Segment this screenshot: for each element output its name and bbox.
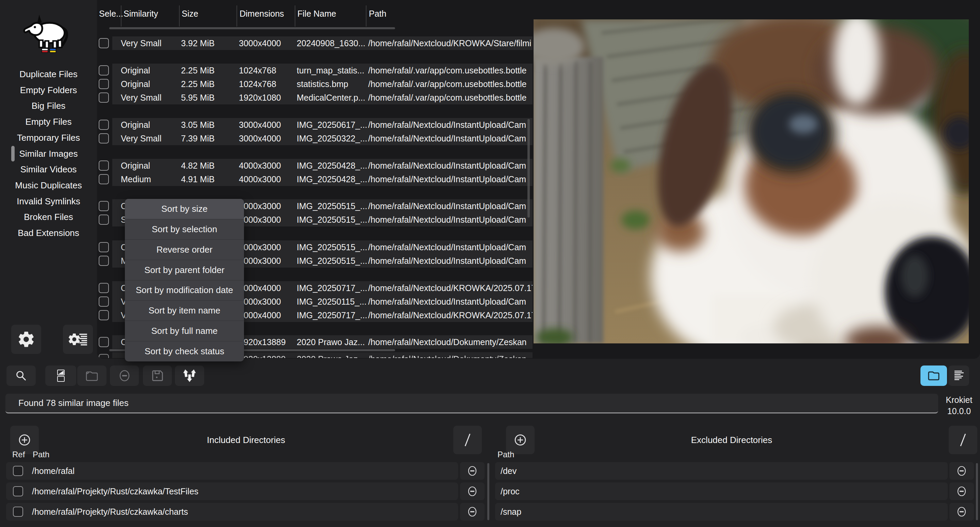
column-divider[interactable] — [366, 5, 366, 27]
settings-presets-button[interactable] — [63, 325, 93, 354]
minus-circle-icon — [466, 505, 478, 519]
row-checkbox[interactable] — [99, 297, 109, 307]
row-checkbox[interactable] — [99, 133, 109, 143]
excluded-col-path: Path — [498, 449, 514, 460]
directory-row[interactable]: /home/rafal — [6, 462, 458, 480]
row-checkbox[interactable] — [99, 242, 109, 252]
column-divider[interactable] — [237, 5, 237, 27]
directory-path: /proc — [501, 487, 520, 497]
status-bar: Found 78 similar image files — [5, 394, 938, 413]
row-checkbox[interactable] — [99, 283, 109, 293]
column-header-similarity[interactable]: Similarity — [124, 0, 158, 27]
horizontal-scrollbar-top[interactable] — [109, 27, 395, 29]
sidebar-item-invalid-symlinks[interactable]: Invalid Symlinks — [0, 194, 97, 209]
vertical-scrollbar[interactable] — [527, 119, 530, 217]
table-row[interactable]: Very Small7.39 MiB3000x4000IMG_20250322_… — [97, 132, 533, 145]
row-checkbox[interactable] — [99, 65, 109, 76]
row-checkbox[interactable] — [99, 354, 109, 358]
save-button[interactable] — [143, 365, 172, 386]
column-divider[interactable] — [295, 5, 295, 27]
remove-directory-button[interactable] — [950, 483, 974, 500]
menu-item-sort-by-modification-date[interactable]: Sort by modification date — [125, 280, 244, 300]
search-button[interactable] — [6, 365, 36, 386]
remove-directory-button[interactable] — [460, 483, 485, 500]
sidebar-item-similar-images[interactable]: Similar Images — [0, 146, 97, 162]
directory-ref-checkbox[interactable] — [13, 486, 23, 497]
sidebar-item-similar-videos[interactable]: Similar Videos — [0, 162, 97, 177]
row-path: /home/rafal/Nextcloud/InstantUpload/Cam — [368, 295, 533, 308]
menu-item-reverse-order[interactable]: Reverse order — [125, 240, 244, 260]
row-path: /home/rafal/Nextcloud/Dokumenty/Zeskan — [368, 335, 533, 349]
directory-ref-checkbox[interactable] — [13, 506, 23, 517]
column-header-path[interactable]: Path — [369, 0, 386, 27]
remove-directory-button[interactable] — [460, 503, 485, 521]
row-checkbox[interactable] — [99, 174, 109, 184]
sidebar-item-empty-files[interactable]: Empty Files — [0, 114, 97, 130]
row-dimensions: 3000x4000 — [239, 37, 295, 50]
remove-directory-button[interactable] — [460, 462, 485, 480]
manual-add-included-button[interactable] — [453, 426, 482, 454]
delete-button[interactable] — [110, 365, 139, 386]
app-name: Krokiet — [938, 394, 980, 406]
directory-row[interactable]: /home/rafal/Projekty/Rust/czkawka/charts — [6, 503, 458, 521]
menu-item-sort-by-size[interactable]: Sort by size — [125, 199, 244, 219]
table-row[interactable]: Very Small5.95 MiB1920x1080MedicalCenter… — [97, 91, 533, 105]
row-dimensions: 4000x3000 — [239, 240, 295, 254]
column-divider[interactable] — [121, 5, 121, 27]
sidebar-item-broken-files[interactable]: Broken Files — [0, 209, 97, 225]
menu-item-sort-by-full-name[interactable]: Sort by full name — [125, 321, 244, 341]
row-checkbox[interactable] — [99, 310, 109, 320]
sidebar-item-temporary-files[interactable]: Temporary Files — [0, 130, 97, 146]
row-checkbox[interactable] — [99, 38, 109, 48]
column-divider[interactable] — [179, 5, 180, 27]
row-checkbox[interactable] — [99, 256, 109, 266]
row-checkbox[interactable] — [99, 201, 109, 211]
table-row[interactable]: Original2.25 MiB1024x768turn_map_statis.… — [97, 63, 533, 77]
sidebar-item-bad-extensions[interactable]: Bad Extensions — [0, 225, 97, 241]
table-row[interactable]: Original2.25 MiB1024x768statistics.bmp/h… — [97, 77, 533, 91]
menu-item-sort-by-selection[interactable]: Sort by selection — [125, 219, 244, 240]
sidebar-item-empty-folders[interactable]: Empty Folders — [0, 82, 97, 98]
row-path: /home/rafal/Nextcloud/InstantUpload/Cam — [368, 213, 533, 227]
row-checkbox[interactable] — [99, 214, 109, 225]
manual-add-excluded-button[interactable] — [949, 426, 977, 454]
row-checkbox[interactable] — [99, 337, 109, 347]
directory-row[interactable]: /snap — [495, 503, 948, 521]
toggle-log-panel-button[interactable] — [948, 365, 969, 386]
column-header-filename[interactable]: File Name — [298, 0, 336, 27]
compare-images-button[interactable] — [45, 365, 76, 386]
menu-item-sort-by-parent-folder[interactable]: Sort by parent folder — [125, 260, 244, 280]
directory-ref-checkbox[interactable] — [13, 466, 23, 476]
directory-row[interactable]: /home/rafal/Projekty/Rust/czkawka/TestFi… — [6, 483, 458, 500]
column-header-dimensions[interactable]: Dimensions — [240, 0, 284, 27]
toggle-directories-panel-button[interactable] — [920, 365, 947, 386]
sidebar-item-duplicate-files[interactable]: Duplicate Files — [0, 66, 97, 82]
included-scrollbar[interactable] — [487, 463, 489, 520]
row-checkbox[interactable] — [99, 160, 109, 171]
directory-row[interactable]: /proc — [495, 483, 948, 500]
column-header-size[interactable]: Size — [182, 0, 198, 27]
table-row[interactable]: Original4.82 MiB4000x3000IMG_20250428_..… — [97, 159, 533, 172]
row-similarity: Original — [121, 77, 179, 91]
settings-button[interactable] — [11, 325, 41, 354]
menu-item-sort-by-item-name[interactable]: Sort by item name — [125, 300, 244, 321]
move-to-folder-button[interactable] — [77, 365, 107, 386]
table-row[interactable]: Very Small3.92 MiB3000x400020240908_1630… — [97, 37, 533, 50]
sidebar-item-music-duplicates[interactable]: Music Duplicates — [0, 178, 97, 193]
directory-row[interactable]: /dev — [495, 462, 948, 480]
sidebar-item-big-files[interactable]: Big Files — [0, 98, 97, 114]
table-row[interactable]: Original3.05 MiB3000x4000IMG_20250617_..… — [97, 118, 533, 132]
row-checkbox[interactable] — [99, 92, 109, 103]
remove-directory-button[interactable] — [950, 503, 974, 521]
row-checkbox[interactable] — [99, 79, 109, 89]
excluded-scrollbar[interactable] — [976, 463, 978, 520]
column-header-selection[interactable]: Sele... — [99, 0, 123, 27]
row-checkbox[interactable] — [99, 120, 109, 130]
row-file-name: IMG_20250717_... — [297, 308, 367, 322]
sort-button[interactable] — [175, 365, 204, 386]
menu-item-sort-by-check-status[interactable]: Sort by check status — [125, 341, 244, 362]
row-size: 4.82 MiB — [181, 159, 237, 172]
table-row[interactable]: Medium4.91 MiB4000x3000IMG_20250428_.../… — [97, 172, 533, 186]
row-path: /home/rafal/Nextcloud/Dokumenty/Zeskan — [368, 352, 533, 358]
remove-directory-button[interactable] — [950, 462, 974, 480]
